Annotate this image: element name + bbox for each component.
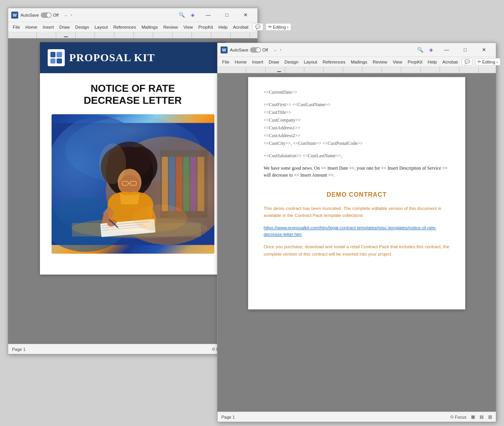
minimize-button-2[interactable]: — [438,44,456,56]
menu-view-2[interactable]: View [390,58,405,65]
search-button-2[interactable]: 🔍 [416,46,425,54]
editing-button-2[interactable]: ✏ Editing › [475,58,501,65]
svg-rect-10 [190,157,196,211]
search-button-1[interactable]: 🔍 [178,11,186,19]
focus-icon-1: ⊙ [212,347,215,352]
cover-doc-title: NOTICE OF RATE DECREASE LETTER [52,82,214,106]
cover-header: PROPOSAL KIT [40,42,226,73]
pk-cell-2 [57,52,62,57]
word-icon-2: W [221,46,228,53]
title-arrows-1: ⌄ › [63,12,73,18]
designer-button-2[interactable]: ◈ [427,46,435,54]
menu-design-2[interactable]: Design [282,58,301,65]
word-icon-1: W [11,12,18,19]
ruler-2 [217,67,496,73]
menu-draw-2[interactable]: Draw [266,58,281,65]
menu-acrobat-2[interactable]: Acrobat [440,58,460,65]
cover-body: NOTICE OF RATE DECREASE LETTER [40,73,226,263]
menu-home-2[interactable]: Home [233,58,249,65]
menu-mailings-2[interactable]: Mailings [349,58,369,65]
doc-area-2[interactable]: <<CurrentDate>> <<CustFirst>> <<CustLast… [217,73,496,412]
window-controls-2: — □ ✕ [438,44,493,56]
letter-salutation: <<CustSalutation>> <<CustLastName>>, [264,152,450,159]
designer-button-1[interactable]: ◈ [188,11,197,19]
menu-design-1[interactable]: Design [73,24,91,31]
comment-icon-2: 💬 [464,59,470,64]
svg-rect-6 [162,157,168,211]
pk-cell-3 [50,58,56,64]
page-indicator-2: Page 1 [221,415,235,419]
ruler-tab-2[interactable] [277,68,281,72]
comment-button-2[interactable]: 💬 [462,58,473,65]
menu-draw-1[interactable]: Draw [57,24,72,31]
pencil-icon-1: ✏ [268,24,272,29]
menu-help-2[interactable]: Help [425,58,439,65]
svg-rect-7 [169,157,175,211]
pk-logo-icon [48,49,65,66]
menu-acrobat-1[interactable]: Acrobat [231,24,251,31]
menu-help-1[interactable]: Help [216,24,230,31]
menu-mailings-1[interactable]: Mailings [139,24,160,31]
cust-first-last: <<CustFirst>> <<CustLastName>> [264,101,450,108]
quick-access-more-2[interactable]: › [279,47,282,53]
ruler-tab-1[interactable] [64,33,68,37]
close-button-2[interactable]: ✕ [475,44,493,56]
pencil-icon-2: ✏ [478,59,481,64]
demo-section: DEMO CONTRACT This demo contract has bee… [264,190,450,258]
menu-propkit-1[interactable]: PropKit [196,24,216,31]
menu-bar-2: File Home Insert Draw Design Layout Refe… [217,57,496,67]
menu-file-1[interactable]: File [10,24,22,31]
menu-view-1[interactable]: View [181,24,195,31]
cust-address1: <<CustAddress1>> [264,124,450,131]
menu-insert-1[interactable]: Insert [40,24,56,31]
editing-button-1[interactable]: ✏ Editing › [266,23,291,31]
cust-company: <<CustCompany>> [264,117,450,124]
letter-date-block: <<CurrentDate>> [264,89,450,96]
menu-references-1[interactable]: References [111,24,138,31]
menu-home-1[interactable]: Home [23,24,40,31]
svg-point-31 [133,204,187,232]
demo-text-2: Once you purchase, download and install … [264,243,450,258]
letter-address-block: <<CustFirst>> <<CustLastName>> <<CustTit… [264,101,450,147]
cover-illustration [52,114,214,254]
demo-contract-title: DEMO CONTRACT [264,190,450,199]
menu-references-2[interactable]: References [320,58,348,65]
svg-point-30 [99,143,126,184]
doc-page-1: PROPOSAL KIT NOTICE OF RATE DECREASE LET… [40,42,226,275]
cust-address2: <<CustAddress2>> [264,132,450,139]
menu-layout-1[interactable]: Layout [92,24,110,31]
quick-access-expand-2[interactable]: ⌄ [273,47,278,53]
comment-icon-1: 💬 [255,24,261,29]
focus-button-2[interactable]: ⊙ Focus [450,414,466,419]
menu-file-2[interactable]: File [220,58,232,65]
pk-cell-4 [57,58,62,64]
layout-view-6[interactable]: ▥ [488,414,492,419]
autosave-toggle-1[interactable] [41,12,52,18]
svg-rect-8 [176,157,182,211]
menu-insert-2[interactable]: Insert [250,58,266,65]
menu-review-1[interactable]: Review [161,24,180,31]
maximize-button-2[interactable]: □ [456,44,474,56]
svg-rect-9 [183,157,189,211]
quick-access-more-1[interactable]: › [69,12,73,18]
minimize-button-1[interactable]: — [199,9,217,21]
menu-propkit-2[interactable]: PropKit [406,58,425,65]
pk-logo-grid [50,52,62,64]
layout-view-4[interactable]: ▦ [471,414,475,419]
letter-body-text: We have some good news. On << Insert Dat… [264,165,450,179]
doc-page-2: <<CurrentDate>> <<CustFirst>> <<CustLast… [248,77,465,309]
letter-date: <<CurrentDate>> [264,89,450,96]
demo-link[interactable]: https://www.proposalkit.com/htm/legal-co… [264,225,450,238]
maximize-button-1[interactable]: □ [218,9,236,21]
close-button-1[interactable]: ✕ [236,9,254,21]
cust-title: <<CustTitle>> [264,109,450,116]
word-window-2: W AutoSave Off ⌄ › 🔍 ◈ — □ ✕ File Home I… [217,43,496,422]
comment-button-1[interactable]: 💬 [252,23,263,31]
autosave-label-2: AutoSave Off [230,47,268,53]
layout-view-5[interactable]: ▤ [480,414,483,419]
pk-cell-1 [50,52,56,57]
quick-access-expand-1[interactable]: ⌄ [63,12,69,18]
autosave-toggle-2[interactable] [250,47,261,53]
menu-review-2[interactable]: Review [370,58,390,65]
menu-layout-2[interactable]: Layout [302,58,320,65]
